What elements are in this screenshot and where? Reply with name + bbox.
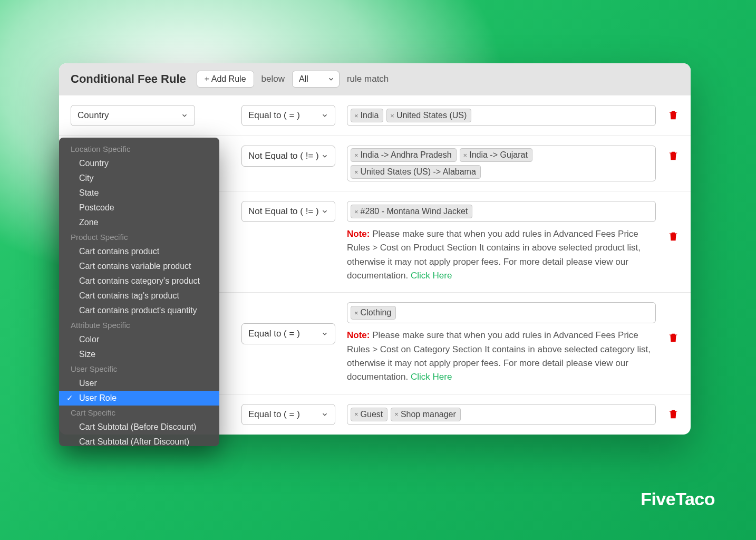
note-label: Note:: [347, 229, 370, 239]
note-link[interactable]: Click Here: [411, 271, 452, 281]
value-column: ×Guest ×Shop manager: [347, 404, 656, 425]
operator-select[interactable]: Not Equal to ( != ): [241, 146, 335, 167]
watermark: FiveTaco: [641, 489, 715, 509]
chevron-down-icon: [181, 112, 188, 119]
value-column: ×India -> Andhra Pradesh ×India -> Gujar…: [347, 146, 656, 181]
match-scope-select[interactable]: All: [292, 71, 340, 88]
delete-rule-button[interactable]: [667, 332, 679, 343]
value-column: ×#280 - Montana Wind Jacket Note: Please…: [347, 201, 656, 283]
dropdown-item[interactable]: Cart Subtotal (Before Discount): [59, 420, 219, 435]
remove-tag-icon[interactable]: ×: [354, 168, 358, 176]
delete-rule-button[interactable]: [667, 150, 679, 161]
dropdown-item[interactable]: City: [59, 171, 219, 186]
dropdown-group: User Specific: [59, 362, 219, 376]
note-body: Please make sure that when you add rules…: [347, 229, 641, 281]
note-text: Note: Please make sure that when you add…: [347, 227, 656, 283]
tag-input[interactable]: ×India -> Andhra Pradesh ×India -> Gujar…: [347, 146, 656, 181]
dropdown-item[interactable]: Cart contains category's product: [59, 274, 219, 288]
tag[interactable]: ×#280 - Montana Wind Jacket: [351, 205, 472, 218]
operator-select[interactable]: Equal to ( = ): [241, 105, 335, 126]
tag[interactable]: ×United States (US) -> Alabama: [351, 165, 481, 179]
chevron-down-icon: [321, 208, 328, 215]
note-link[interactable]: Click Here: [411, 372, 452, 382]
operator-value: Equal to ( = ): [248, 409, 300, 420]
operator-value: Not Equal to ( != ): [248, 206, 319, 217]
tag[interactable]: ×India -> Andhra Pradesh: [351, 148, 457, 162]
dropdown-item-selected[interactable]: User Role: [59, 391, 219, 406]
tag[interactable]: ×India -> Gujarat: [460, 148, 532, 162]
note-label: Note:: [347, 330, 370, 340]
note-text: Note: Please make sure that when you add…: [347, 329, 656, 384]
value-column: ×India ×United States (US): [347, 105, 656, 126]
tag-input[interactable]: ×Clothing: [347, 302, 656, 323]
dropdown-group: Cart Specific: [59, 406, 219, 420]
operator-select[interactable]: Equal to ( = ): [241, 404, 335, 425]
chevron-down-icon: [321, 152, 328, 160]
rule-row: Country Equal to ( = ) ×India ×United St…: [59, 95, 691, 136]
dropdown-item[interactable]: User: [59, 376, 219, 391]
rule-match-label: rule match: [347, 74, 389, 84]
remove-tag-icon[interactable]: ×: [394, 410, 399, 418]
delete-rule-button[interactable]: [667, 230, 679, 242]
dropdown-item[interactable]: Country: [59, 156, 219, 171]
dropdown-item[interactable]: Cart contains variable product: [59, 259, 219, 274]
remove-tag-icon[interactable]: ×: [390, 112, 394, 120]
note-body: Please make sure that when you add rules…: [347, 330, 651, 382]
remove-tag-icon[interactable]: ×: [463, 151, 468, 159]
tag[interactable]: ×Shop manager: [391, 408, 461, 421]
chevron-down-icon: [327, 75, 335, 83]
remove-tag-icon[interactable]: ×: [354, 410, 358, 418]
operator-value: Equal to ( = ): [248, 110, 300, 121]
dropdown-item[interactable]: State: [59, 186, 219, 200]
dropdown-group: Product Specific: [59, 230, 219, 244]
tag[interactable]: ×Guest: [351, 408, 387, 421]
remove-tag-icon[interactable]: ×: [354, 309, 358, 317]
value-column: ×Clothing Note: Please make sure that wh…: [347, 302, 656, 384]
operator-value: Not Equal to ( != ): [248, 151, 319, 161]
dropdown-item[interactable]: Cart contains product's quantity: [59, 303, 219, 318]
below-label: below: [261, 74, 285, 84]
dropdown-item[interactable]: Cart contains product: [59, 244, 219, 259]
tag[interactable]: ×United States (US): [386, 109, 471, 122]
chevron-down-icon: [321, 330, 328, 338]
remove-tag-icon[interactable]: ×: [354, 112, 358, 120]
chevron-down-icon: [321, 112, 328, 119]
dropdown-item[interactable]: Postcode: [59, 200, 219, 215]
panel-title: Conditional Fee Rule: [71, 72, 186, 86]
match-scope-value: All: [299, 74, 308, 84]
delete-rule-button[interactable]: [667, 109, 679, 121]
dropdown-item[interactable]: Cart contains tag's product: [59, 288, 219, 303]
field-value: Country: [77, 110, 109, 121]
operator-value: Equal to ( = ): [248, 329, 300, 339]
tag-input[interactable]: ×#280 - Montana Wind Jacket: [347, 201, 656, 222]
operator-select[interactable]: Not Equal to ( != ): [241, 201, 335, 222]
dropdown-item[interactable]: Size: [59, 347, 219, 362]
dropdown-group: Attribute Specific: [59, 318, 219, 332]
tag[interactable]: ×Clothing: [351, 306, 396, 320]
remove-tag-icon[interactable]: ×: [354, 151, 358, 159]
tag-input[interactable]: ×Guest ×Shop manager: [347, 404, 656, 425]
chevron-down-icon: [321, 411, 328, 418]
dropdown-group: Location Specific: [59, 142, 219, 156]
field-select[interactable]: Country: [71, 105, 195, 126]
dropdown-item[interactable]: Cart Subtotal (After Discount): [59, 435, 219, 446]
dropdown-item[interactable]: Color: [59, 332, 219, 347]
panel-header: Conditional Fee Rule + Add Rule below Al…: [59, 63, 691, 95]
remove-tag-icon[interactable]: ×: [354, 208, 358, 216]
tag-input[interactable]: ×India ×United States (US): [347, 105, 656, 126]
tag[interactable]: ×India: [351, 109, 383, 122]
delete-rule-button[interactable]: [667, 408, 679, 420]
field-dropdown[interactable]: Location Specific Country City State Pos…: [59, 138, 219, 446]
operator-select[interactable]: Equal to ( = ): [241, 323, 335, 344]
dropdown-item[interactable]: Zone: [59, 215, 219, 230]
add-rule-button[interactable]: + Add Rule: [197, 71, 254, 88]
